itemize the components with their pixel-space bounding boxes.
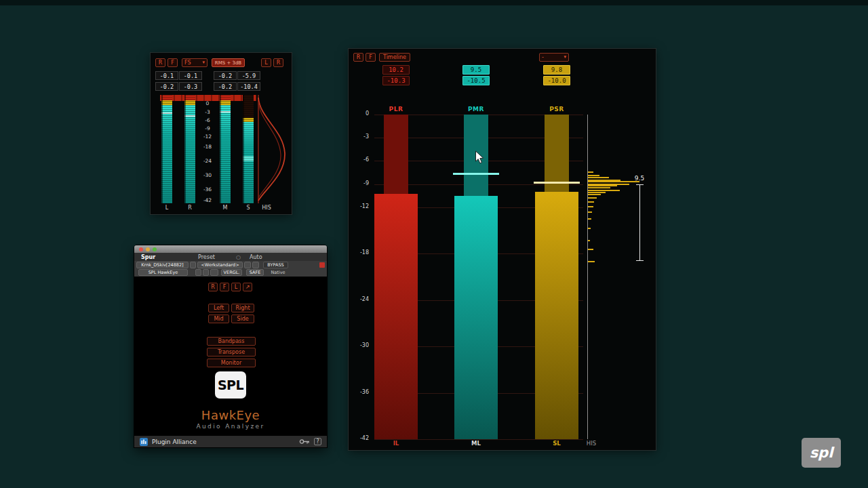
- mouse-cursor: [475, 150, 485, 165]
- main-analyzer-panel: 0-3-6-9-12-18-24-30-36-42 R F Timeline -…: [349, 49, 656, 450]
- header-icon-button-3[interactable]: [210, 269, 218, 276]
- channel-label-s: S: [243, 205, 254, 211]
- plugin-header-row3: SPL HawkEye VERGL. SAFE Native: [134, 268, 327, 277]
- auto-menu-label[interactable]: Auto: [250, 254, 262, 260]
- plugin-window: Spur Preset ○ Auto Krnk_DSkiv[24882] <We…: [134, 245, 327, 447]
- spl-logo: SPL: [215, 371, 246, 399]
- minimize-button[interactable]: [146, 247, 150, 251]
- librarian-button[interactable]: [190, 262, 196, 268]
- track-title: Spur: [141, 254, 155, 260]
- license-key-icon[interactable]: [299, 439, 310, 445]
- spl-watermark: spl: [802, 438, 841, 468]
- spl-logo-text: SPL: [218, 378, 243, 392]
- compare-indicator-icon: ○: [236, 254, 241, 260]
- plugin-footer: Plugin Alliance ?: [134, 436, 327, 447]
- preset-prev-button[interactable]: [244, 262, 251, 268]
- db-scale-label: -42: [350, 435, 369, 441]
- window-titlebar[interactable]: [134, 245, 327, 253]
- il-label: IL: [376, 440, 416, 447]
- bandpass-button[interactable]: Bandpass: [207, 337, 256, 346]
- db-scale-label: -9: [198, 125, 217, 131]
- compare-button[interactable]: VERGL.: [221, 269, 242, 276]
- his-label: HIS: [578, 440, 605, 447]
- track-selector[interactable]: Krnk_DSkiv[24882]: [136, 262, 189, 268]
- db-scale-label: -24: [198, 158, 217, 164]
- db-scale-label: -18: [350, 249, 369, 256]
- plr-column-header: PLR: [376, 106, 416, 113]
- db-scale-label: -12: [350, 203, 369, 209]
- channel-label-his: HIS: [256, 205, 277, 211]
- mid-channel-button[interactable]: Mid: [208, 314, 229, 323]
- safe-button[interactable]: SAFE: [246, 269, 264, 276]
- plugin-alliance-icon: [140, 438, 148, 446]
- histogram-curve: [256, 95, 289, 203]
- plugin-selector[interactable]: SPL HawkEye: [138, 269, 188, 276]
- db-scale-label: -42: [198, 197, 217, 203]
- product-name: HawkEye: [134, 408, 327, 422]
- hawkeye-freeze-button[interactable]: F: [220, 283, 229, 291]
- db-scale-label: 0: [198, 100, 217, 106]
- plugin-header-row2: Krnk_DSkiv[24882] <Werkstandard> BYPASS: [134, 261, 327, 268]
- hawkeye-link-button[interactable]: L: [231, 283, 241, 291]
- db-scale-label: -6: [198, 117, 217, 123]
- mini-meter-panel: R F FS ▾ RMS + 3dB L R -0.1 -0.1 -0.2 -5…: [151, 53, 292, 214]
- bypass-button[interactable]: BYPASS: [263, 262, 288, 268]
- target-button[interactable]: [319, 262, 325, 268]
- db-scale-label: -30: [198, 172, 217, 178]
- format-label: Native: [267, 269, 289, 276]
- header-icon-button-2[interactable]: [203, 269, 209, 276]
- transpose-button[interactable]: Transpose: [207, 348, 256, 357]
- plugin-alliance-label: Plugin Alliance: [152, 439, 197, 445]
- hawkeye-route-button[interactable]: ↗: [243, 283, 252, 291]
- diagonal-arrow-icon: ↗: [245, 284, 250, 290]
- help-button[interactable]: ?: [314, 438, 321, 445]
- db-scale-label: -9: [350, 180, 369, 186]
- db-scale-label: -24: [350, 296, 369, 302]
- top-shade: [0, 0, 868, 5]
- db-scale-label: -6: [350, 157, 369, 163]
- left-channel-button[interactable]: Left: [208, 304, 229, 312]
- plugin-header-row1: Spur Preset ○ Auto: [134, 253, 327, 261]
- sl-label: SL: [536, 440, 577, 447]
- zoom-button[interactable]: [153, 247, 157, 251]
- db-scale-label: -12: [198, 134, 217, 140]
- ml-label: ML: [456, 440, 496, 447]
- db-scale-label: -3: [198, 109, 217, 115]
- db-scale-label: -30: [350, 342, 369, 348]
- db-scale-label: -3: [350, 134, 369, 140]
- preset-menu-label[interactable]: Preset: [198, 254, 215, 260]
- db-scale-label: -36: [350, 389, 369, 395]
- db-scale-label: -18: [198, 144, 217, 150]
- spl-watermark-text: spl: [810, 445, 833, 461]
- header-icon-button-1[interactable]: [195, 269, 201, 276]
- preset-selector[interactable]: <Werkstandard>: [197, 262, 243, 268]
- pmr-column-header: PMR: [456, 106, 496, 113]
- side-channel-button[interactable]: Side: [231, 314, 254, 323]
- preset-next-button[interactable]: [252, 262, 259, 268]
- db-scale-label: 0: [350, 110, 369, 117]
- db-scale-label: -36: [198, 186, 217, 192]
- right-channel-button[interactable]: Right: [231, 304, 254, 312]
- hawkeye-reset-button[interactable]: R: [208, 283, 218, 291]
- channel-label-r: R: [184, 205, 195, 211]
- psr-column-header: PSR: [536, 106, 577, 113]
- product-subtitle: Audio Analyzer: [134, 423, 327, 430]
- close-button[interactable]: [139, 247, 143, 251]
- channel-label-m: M: [220, 205, 231, 211]
- channel-label-l: L: [161, 205, 172, 211]
- monitor-button[interactable]: Monitor: [207, 359, 256, 367]
